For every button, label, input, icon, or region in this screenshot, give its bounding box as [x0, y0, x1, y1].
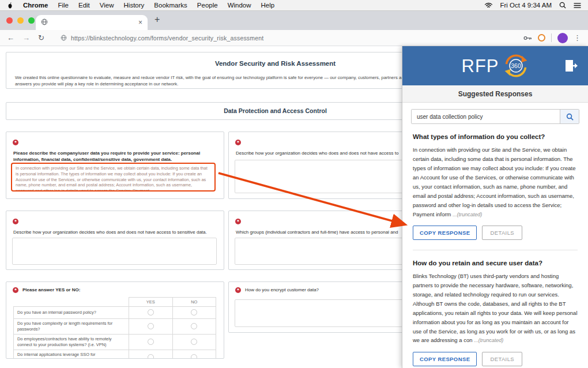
copy-response-button[interactable]: COPY RESPONSE [413, 226, 477, 240]
details-button[interactable]: DETAILS [482, 226, 522, 240]
forward-button[interactable]: → [22, 34, 30, 42]
menu-item-people[interactable]: People [197, 2, 218, 9]
menu-item-history[interactable]: History [124, 2, 145, 9]
question-card-q5: * Please answer YES or NO: YES NO Do you… [6, 281, 224, 359]
panel-exit-icon[interactable] [565, 60, 578, 74]
window-minimize-button[interactable] [17, 17, 24, 24]
yes-no-table: YES NO Do you have an internal password … [13, 297, 216, 359]
q3-answer-textarea[interactable] [12, 238, 217, 265]
window-close-button[interactable] [6, 17, 13, 24]
window-zoom-button[interactable] [28, 17, 35, 24]
q5-row1-label: Do you have an internal password policy? [14, 307, 129, 319]
tab-favicon-globe-icon [41, 17, 48, 28]
svg-text:360: 360 [511, 63, 521, 69]
macos-menu-bar: Chrome File Edit View History Bookmarks … [0, 0, 588, 11]
suggested-response-1: What types of information do you collect… [402, 133, 588, 250]
menu-item-bookmarks[interactable]: Bookmarks [154, 2, 187, 9]
rfp360-extension-icon[interactable] [538, 34, 545, 42]
new-tab-button[interactable]: + [154, 14, 160, 25]
tab-close-icon[interactable]: × [138, 19, 142, 26]
menu-item-window[interactable]: Window [228, 2, 251, 9]
browser-toolbar: ← → ↻ https://blinkstechnology.com/forms… [0, 30, 588, 46]
reload-button[interactable]: ↻ [38, 34, 44, 42]
radio-no[interactable] [191, 339, 197, 345]
rfp360-logo-text: RFP [462, 57, 499, 75]
required-icon: * [235, 219, 241, 224]
q1-label: Please describe the company/user data yo… [6, 147, 224, 163]
suggested-response-2: How do you retain and secure user data? … [402, 260, 588, 366]
site-globe-icon [61, 33, 67, 43]
browser-tab-strip: × + [0, 11, 588, 30]
q1-answer-textarea[interactable]: In connection with providing our Site an… [11, 163, 216, 191]
profile-avatar[interactable] [557, 33, 568, 43]
table-row: Do employees/contractors have ability to… [14, 335, 216, 350]
required-icon: * [13, 287, 18, 293]
response-body: Blinks Technology (BT) uses third-party … [413, 272, 578, 346]
wifi-icon[interactable] [484, 2, 493, 9]
toolbar-separator [551, 33, 552, 42]
apple-menu-icon[interactable] [7, 2, 13, 9]
password-key-icon[interactable] [523, 33, 532, 43]
panel-header: RFP 360 [402, 46, 588, 85]
truncated-marker: ...(truncated) [474, 337, 503, 343]
rfp360-logo: RFP 360 [462, 52, 529, 79]
rfp360-logo-badge-icon: 360 [503, 52, 529, 79]
q5-row2-label: Do you have complexity or length require… [14, 319, 129, 335]
suggestion-search-button[interactable] [560, 110, 579, 123]
suggestion-search [411, 109, 579, 124]
response-body: In connection with providing our Site an… [413, 145, 578, 219]
menu-item-help[interactable]: Help [261, 2, 275, 9]
question-card-q1: * Please describe the company/user data … [6, 132, 224, 199]
question-card-q3: * Describe how your organization decides… [6, 211, 224, 270]
back-button[interactable]: ← [7, 34, 14, 42]
notification-center-icon[interactable] [574, 2, 581, 9]
details-button[interactable]: DETAILS [482, 352, 522, 366]
copy-response-button[interactable]: COPY RESPONSE [413, 352, 477, 366]
no-column-header: NO [172, 298, 216, 307]
url-text: https://blinkstechnology.com/forms/vendo… [71, 35, 264, 42]
menu-item-edit[interactable]: Edit [78, 2, 90, 9]
q5-label: Please answer YES or NO: [22, 287, 80, 293]
radio-yes[interactable] [148, 354, 154, 359]
table-row: Do internal applications leverage SSO fo… [14, 350, 216, 359]
menu-bar-clock[interactable]: Fri Oct 4 9:34 AM [500, 2, 552, 9]
suggestion-search-input[interactable] [412, 110, 560, 123]
radio-no[interactable] [191, 309, 197, 316]
response-divider [413, 250, 578, 250]
radio-no[interactable] [191, 323, 197, 329]
browser-tab[interactable]: × [36, 15, 148, 30]
q6-label: How do you encrypt customer data? [245, 287, 319, 293]
menu-item-view[interactable]: View [100, 2, 114, 9]
radio-yes[interactable] [148, 339, 154, 345]
radio-yes[interactable] [148, 323, 154, 329]
search-icon [566, 113, 574, 121]
radio-yes[interactable] [148, 309, 154, 316]
table-row: Do you have an internal password policy? [14, 307, 216, 319]
radio-no[interactable] [191, 354, 197, 359]
menu-item-file[interactable]: File [58, 2, 69, 9]
required-icon: * [235, 287, 241, 293]
q5-row3-label: Do employees/contractors have ability to… [14, 335, 129, 350]
truncated-marker: ...(truncated) [453, 212, 482, 217]
address-bar[interactable]: https://blinkstechnology.com/forms/vendo… [52, 33, 515, 43]
required-icon: * [13, 140, 18, 145]
response-question: What types of information do you collect… [413, 133, 578, 140]
rfp360-extension-panel: RFP 360 Suggested Responses [402, 46, 588, 368]
required-icon: * [13, 219, 18, 224]
response-question: How do you retain and secure user data? [413, 260, 578, 266]
spotlight-search-icon[interactable] [559, 2, 566, 9]
table-row: Do you have complexity or length require… [14, 319, 216, 335]
q5-row4-label: Do internal applications leverage SSO fo… [14, 350, 129, 359]
q3-label: Describe how your organization decides w… [6, 226, 224, 235]
yes-column-header: YES [129, 298, 172, 307]
chrome-menu-icon[interactable]: ⋮ [574, 33, 581, 42]
required-icon: * [235, 140, 241, 145]
panel-heading: Suggested Responses [402, 85, 588, 103]
menu-item-chrome[interactable]: Chrome [23, 2, 48, 9]
